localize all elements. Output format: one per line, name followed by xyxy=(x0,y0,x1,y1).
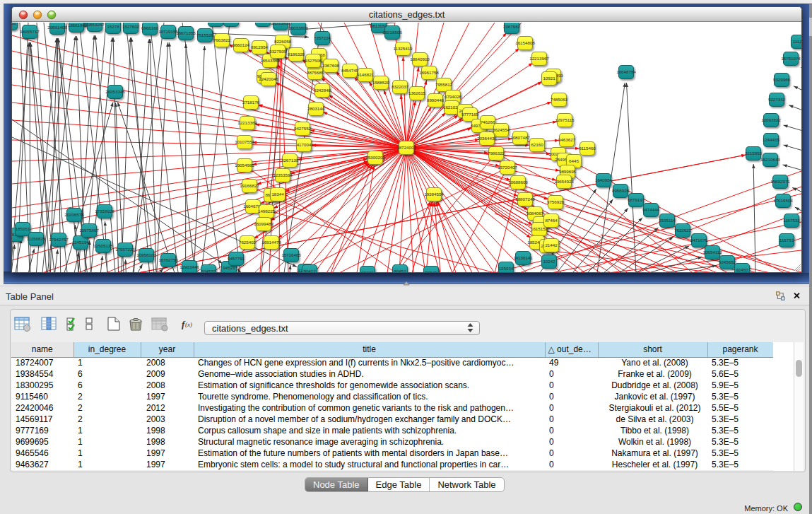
svg-text:746266: 746266 xyxy=(481,119,495,124)
svg-text:19054985: 19054985 xyxy=(235,163,254,168)
svg-text:14055717: 14055717 xyxy=(20,29,40,34)
svg-text:1167533: 1167533 xyxy=(783,218,800,223)
svg-text:10853267: 10853267 xyxy=(85,23,105,27)
svg-text:1640954: 1640954 xyxy=(595,177,613,182)
svg-text:1866184: 1866184 xyxy=(68,23,86,28)
svg-text:9084067: 9084067 xyxy=(526,211,544,216)
svg-text:15716465: 15716465 xyxy=(281,252,301,257)
svg-text:125034: 125034 xyxy=(499,266,514,271)
svg-text:10242: 10242 xyxy=(543,259,555,264)
svg-text:20364436: 20364436 xyxy=(477,136,497,141)
svg-text:417004: 417004 xyxy=(297,142,312,147)
svg-text:26053346: 26053346 xyxy=(105,89,125,94)
svg-text:20206576: 20206576 xyxy=(64,212,84,217)
svg-text:11121: 11121 xyxy=(793,39,801,44)
svg-text:9146821: 9146821 xyxy=(357,72,375,77)
svg-text:1527602: 1527602 xyxy=(122,24,140,29)
svg-text:20691406: 20691406 xyxy=(47,25,67,30)
svg-text:80452: 80452 xyxy=(394,269,406,272)
svg-text:16961758: 16961758 xyxy=(419,70,439,75)
svg-text:9115460: 9115460 xyxy=(579,146,596,151)
svg-text:12093822: 12093822 xyxy=(761,117,781,122)
svg-text:7986322: 7986322 xyxy=(488,151,505,156)
svg-text:17359928: 17359928 xyxy=(95,209,114,214)
svg-text:12975115: 12975115 xyxy=(555,117,575,122)
svg-text:3624554: 3624554 xyxy=(493,127,510,132)
svg-text:11325419: 11325419 xyxy=(393,46,413,51)
svg-text:16648784: 16648784 xyxy=(616,69,636,74)
svg-text:10654112: 10654112 xyxy=(702,250,722,255)
svg-text:6966160: 6966160 xyxy=(141,25,159,30)
svg-text:90412: 90412 xyxy=(303,269,316,272)
svg-text:12505135: 12505135 xyxy=(93,243,113,248)
svg-text:18724007: 18724007 xyxy=(396,145,416,150)
svg-text:6445: 6445 xyxy=(569,158,579,163)
svg-text:8471676: 8471676 xyxy=(690,238,708,243)
svg-text:9427552: 9427552 xyxy=(294,126,312,131)
svg-text:16210643: 16210643 xyxy=(760,157,780,162)
svg-text:9242848: 9242848 xyxy=(314,88,331,93)
svg-text:7357224: 7357224 xyxy=(314,35,331,40)
svg-text:3215953: 3215953 xyxy=(745,151,763,156)
svg-text:2087682: 2087682 xyxy=(503,24,521,29)
svg-text:9899695: 9899695 xyxy=(559,169,577,174)
svg-text:10688609: 10688609 xyxy=(508,180,528,185)
svg-text:19166827: 19166827 xyxy=(240,183,259,188)
svg-text:3875685: 3875685 xyxy=(307,70,324,75)
svg-text:9329966: 9329966 xyxy=(773,77,791,82)
svg-text:10921: 10921 xyxy=(543,76,555,81)
svg-text:16914479: 16914479 xyxy=(261,240,281,245)
svg-text:2935114: 2935114 xyxy=(659,218,676,223)
svg-text:8454749: 8454749 xyxy=(341,68,359,73)
svg-text:7955812: 7955812 xyxy=(435,82,453,87)
svg-text:9227342: 9227342 xyxy=(768,97,786,102)
svg-text:9474444: 9474444 xyxy=(642,207,660,212)
svg-text:16154808: 16154808 xyxy=(515,40,535,45)
svg-text:62160: 62160 xyxy=(531,142,543,147)
svg-text:9327508: 9327508 xyxy=(305,58,322,63)
svg-text:8912954: 8912954 xyxy=(251,45,269,49)
svg-text:8990448: 8990448 xyxy=(427,98,445,103)
svg-text:16033809: 16033809 xyxy=(288,25,308,30)
svg-text:15751074: 15751074 xyxy=(781,56,801,61)
svg-text:7625402: 7625402 xyxy=(239,240,257,245)
svg-text:9245652: 9245652 xyxy=(719,259,736,264)
svg-text:17957223: 17957223 xyxy=(115,247,135,252)
svg-text:8226058: 8226058 xyxy=(274,39,292,44)
svg-text:22420046: 22420046 xyxy=(259,76,278,81)
svg-text:16033809: 16033809 xyxy=(271,23,290,25)
svg-text:7515526: 7515526 xyxy=(196,33,214,37)
svg-text:16782759: 16782759 xyxy=(158,257,178,262)
svg-text:11156829: 11156829 xyxy=(27,236,46,241)
svg-text:2803144: 2803144 xyxy=(307,106,325,111)
svg-text:1588520: 1588520 xyxy=(372,80,390,85)
svg-text:92450: 92450 xyxy=(736,267,748,272)
svg-text:10463: 10463 xyxy=(361,270,374,272)
svg-text:16099489: 16099489 xyxy=(254,221,273,226)
svg-text:16543362: 16543362 xyxy=(260,58,280,63)
svg-text:(x): (x) xyxy=(185,321,192,328)
svg-text:15278: 15278 xyxy=(107,24,119,29)
svg-text:104532: 104532 xyxy=(201,269,216,272)
svg-text:10719155: 10719155 xyxy=(158,29,178,34)
svg-text:7632621: 7632621 xyxy=(674,228,692,233)
svg-text:9457791: 9457791 xyxy=(228,256,245,261)
svg-text:2367608: 2367608 xyxy=(322,63,340,68)
svg-text:94521: 94521 xyxy=(223,265,235,270)
svg-text:7485063: 7485063 xyxy=(551,97,568,102)
svg-text:9660124: 9660124 xyxy=(233,42,250,47)
svg-text:116753: 116753 xyxy=(779,238,794,243)
svg-text:14136141: 14136141 xyxy=(513,255,533,260)
svg-text:9463627: 9463627 xyxy=(558,137,576,142)
svg-text:10958107: 10958107 xyxy=(136,252,156,257)
svg-text:21442: 21442 xyxy=(545,243,558,247)
svg-text:8322037: 8322037 xyxy=(392,84,409,89)
svg-text:1498225: 1498225 xyxy=(258,209,276,214)
svg-text:9777169: 9777169 xyxy=(461,112,479,117)
svg-text:2718176: 2718176 xyxy=(242,100,260,105)
svg-text:19654923: 19654923 xyxy=(554,179,574,184)
svg-text:12353594: 12353594 xyxy=(273,173,293,177)
svg-text:185051: 185051 xyxy=(16,226,30,231)
svg-text:3267130: 3267130 xyxy=(281,158,299,163)
svg-text:1244415: 1244415 xyxy=(763,137,780,142)
